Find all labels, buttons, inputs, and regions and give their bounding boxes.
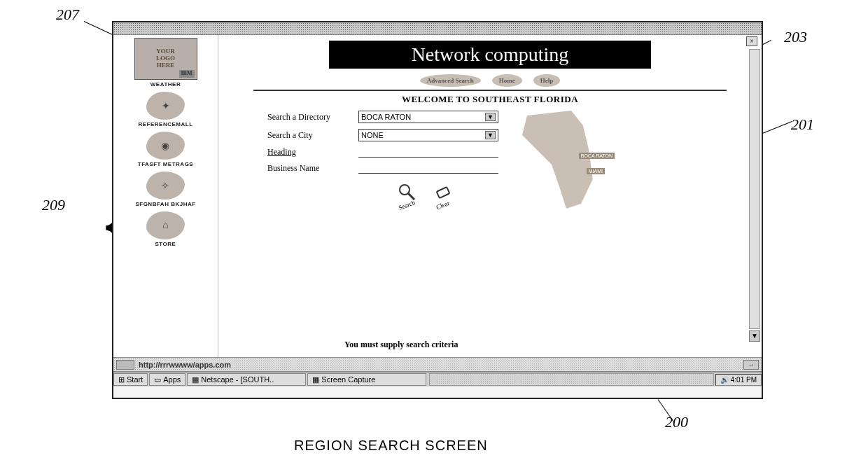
start-label: Start [127, 375, 143, 384]
netscape-icon[interactable] [116, 360, 134, 370]
windows-icon: ⊞ [118, 375, 125, 384]
close-button[interactable]: × [746, 36, 757, 46]
window-titlebar[interactable] [113, 22, 762, 35]
select-city[interactable]: NONE ▼ [358, 129, 498, 141]
annotation-201: 201 [791, 116, 814, 134]
pill-help[interactable]: Help [533, 74, 561, 87]
hint-text: You must supply search criteria [344, 340, 458, 350]
taskbar-app-label: Apps [163, 375, 181, 384]
blob-icon: ◉ [146, 132, 185, 160]
book-icon: ✦ [146, 92, 185, 120]
annotation-203: 203 [784, 28, 807, 46]
vertical-scrollbar[interactable] [749, 49, 760, 329]
search-form: Search a Directory BOCA RATON ▼ Search a… [267, 111, 498, 174]
sidebar-item-metrags[interactable]: ◉ TFASFT METRAGS [138, 132, 193, 167]
label-heading: Heading [267, 147, 358, 158]
folder-icon: ▭ [154, 375, 161, 384]
label-city: Search a City [267, 130, 358, 141]
figure-caption: REGION SEARCH SCREEN [294, 438, 488, 454]
svg-rect-2 [437, 187, 450, 198]
app-icon: ▦ [312, 375, 319, 384]
map-label-boca[interactable]: BOCA RATON [579, 153, 615, 159]
eraser-icon [433, 182, 453, 202]
address-url[interactable]: http://rrrwwww/apps.com [139, 361, 231, 369]
store-icon: ⌂ [146, 211, 185, 239]
chevron-down-icon: ▼ [485, 113, 496, 121]
start-button[interactable]: ⊞ Start [113, 373, 148, 386]
sidebar-item-bkjhaf[interactable]: ✧ SFGNBFAH BKJHAF [135, 172, 195, 207]
pill-advanced-search[interactable]: Advanced Search [420, 74, 481, 87]
taskbar-app-netscape[interactable]: ▦ Netscape - [SOUTH.. [187, 373, 306, 386]
sidebar-item-label: WEATHER [150, 81, 181, 88]
system-tray-clock[interactable]: 🔊 4:01 PM [715, 374, 762, 386]
taskbar-spacer [429, 373, 713, 386]
taskbar: ⊞ Start ▭ Apps ▦ Netscape - [SOUTH.. ▦ S… [113, 371, 762, 386]
logo-ibm-tag: IBM [179, 70, 195, 78]
scroll-down-button[interactable]: ▼ [749, 330, 760, 342]
input-heading[interactable] [358, 148, 498, 158]
page-banner: Network computing [329, 41, 651, 69]
star-icon: ✧ [146, 172, 185, 200]
annotation-207: 207 [56, 6, 79, 24]
logo-placeholder: YOUR LOGO HERE IBM [134, 38, 197, 80]
region-map[interactable]: BOCA RATON MIAMI [512, 111, 610, 209]
sidebar: YOUR LOGO HERE IBM WEATHER ✦ REFERENCEMA… [113, 35, 218, 357]
select-city-value: NONE [361, 131, 384, 139]
pill-home[interactable]: Home [492, 74, 522, 87]
address-bar: http://rrrwwww/apps.com → [113, 357, 762, 371]
map-label-miami[interactable]: MIAMI [587, 168, 605, 174]
welcome-heading: WELCOME TO SOUTHEAST FLORIDA [225, 94, 755, 105]
taskbar-app-label: Netscape - [SOUTH.. [201, 375, 274, 384]
app-icon: ▦ [192, 375, 199, 384]
florida-shape-icon [512, 111, 610, 209]
speaker-icon: 🔊 [720, 376, 729, 384]
sidebar-item-label: STORE [155, 241, 176, 247]
sidebar-item-referencemall[interactable]: ✦ REFERENCEMALL [138, 92, 192, 127]
search-button[interactable]: Search [397, 182, 416, 209]
sidebar-item-store[interactable]: ⌂ STORE [146, 211, 185, 247]
main-content: × Network computing Advanced Search Home… [218, 35, 762, 357]
chevron-down-icon: ▼ [485, 131, 496, 139]
divider [253, 90, 727, 91]
sidebar-item-label: TFASFT METRAGS [138, 161, 193, 167]
sidebar-item-label: REFERENCEMALL [138, 121, 192, 127]
sidebar-item-logo[interactable]: YOUR LOGO HERE IBM WEATHER [134, 38, 197, 88]
label-directory: Search a Directory [267, 112, 358, 123]
app-window: YOUR LOGO HERE IBM WEATHER ✦ REFERENCEMA… [112, 21, 763, 399]
label-business-name: Business Name [267, 163, 358, 174]
action-buttons: Search Clear [351, 182, 498, 209]
nav-pills: Advanced Search Home Help [225, 73, 755, 87]
select-directory[interactable]: BOCA RATON ▼ [358, 111, 498, 123]
clock-time: 4:01 PM [731, 376, 757, 384]
clear-button[interactable]: Clear [433, 182, 453, 209]
input-business-name[interactable] [358, 164, 498, 174]
go-button[interactable]: → [743, 360, 759, 370]
logo-line: HERE [157, 62, 175, 69]
taskbar-app-label: Screen Capture [321, 375, 375, 384]
svg-point-0 [400, 185, 410, 195]
select-directory-value: BOCA RATON [361, 113, 411, 121]
annotation-209: 209 [42, 196, 65, 214]
sidebar-item-label: SFGNBFAH BKJHAF [135, 201, 195, 207]
taskbar-app-screencapture[interactable]: ▦ Screen Capture [307, 373, 426, 386]
taskbar-app-apps[interactable]: ▭ Apps [149, 373, 186, 386]
